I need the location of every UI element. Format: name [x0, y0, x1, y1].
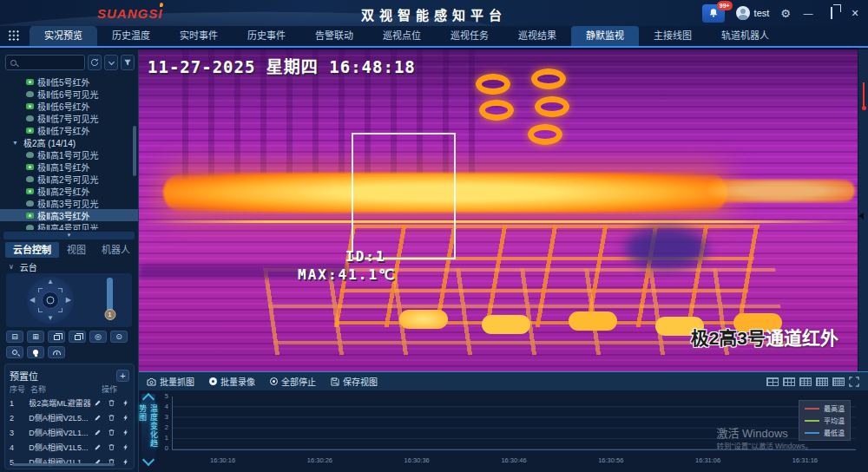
delete-icon[interactable]: [108, 443, 115, 451]
edit-icon[interactable]: [94, 443, 102, 451]
ptz-tab-2[interactable]: 机器人: [94, 242, 138, 258]
tab-patrol-results[interactable]: 巡视结果: [503, 26, 571, 46]
joystick-down-arrow[interactable]: ▼: [47, 315, 54, 322]
x-tick-label: 16:30:16: [210, 456, 235, 464]
tab-patrol-tasks[interactable]: 巡视任务: [436, 26, 503, 46]
tree-item-5[interactable]: ▼极2高 (14/14): [0, 136, 138, 148]
edit-icon[interactable]: [94, 429, 102, 436]
delete-icon[interactable]: [108, 414, 115, 422]
ptz-joystick[interactable]: ▲ ▼ ◀ ▶: [27, 277, 74, 324]
username: test: [754, 8, 770, 18]
preset-row-1[interactable]: 1极2高端ML避雷器: [10, 396, 129, 410]
joystick-left-arrow[interactable]: ◀: [30, 297, 35, 304]
refresh-button[interactable]: [88, 55, 102, 70]
preset-row-4[interactable]: 4D侧A相阀V1L5...: [10, 440, 129, 455]
joystick-right-arrow[interactable]: ▶: [66, 297, 71, 304]
close-button[interactable]: ✕: [849, 8, 861, 19]
delete-icon[interactable]: [108, 429, 115, 436]
tree-item-6[interactable]: 极Ⅱ高1号可见光: [0, 148, 138, 161]
tab-history-temperature[interactable]: 历史温度: [97, 26, 165, 46]
joystick-up-arrow[interactable]: ▲: [47, 279, 54, 285]
focus-near-button[interactable]: [48, 331, 65, 343]
settings-gear-icon[interactable]: ⚙: [780, 7, 791, 20]
legend-item-0[interactable]: 最高温: [805, 403, 845, 413]
tree-item-3[interactable]: 极Ⅱ低7号可见光: [0, 112, 138, 124]
legend-item-1[interactable]: 平均温: [805, 416, 845, 425]
focus-far-button[interactable]: [69, 331, 86, 343]
iris-close-button[interactable]: ⊙: [110, 331, 128, 343]
tab-history-events[interactable]: 历史事件: [233, 26, 300, 46]
layout-6-icon[interactable]: [783, 377, 795, 386]
tree-item-1[interactable]: 极Ⅱ低6号可见光: [0, 88, 138, 100]
tree-item-4[interactable]: 极Ⅱ低7号红外: [0, 124, 138, 136]
delete-icon[interactable]: [108, 399, 115, 407]
device-tree: 极Ⅱ低5号红外极Ⅱ低6号可见光极Ⅱ低6号红外极Ⅱ低7号可见光极Ⅱ低7号红外▼极2…: [0, 75, 138, 230]
tree-item-12[interactable]: 极Ⅱ高4号可见光: [0, 221, 138, 230]
preset-row-2[interactable]: 2D侧A相阀V2L5...: [10, 410, 129, 425]
light-button[interactable]: [27, 346, 44, 358]
tree-item-10[interactable]: 极Ⅱ高3号可见光: [0, 197, 138, 209]
minimize-button[interactable]: —: [802, 8, 814, 18]
tree-collapse-bar[interactable]: ▼: [3, 232, 135, 239]
tree-item-label: 极Ⅱ低6号红外: [37, 100, 89, 113]
preset-ops: [92, 399, 129, 407]
ptz-speed-slider[interactable]: 1: [107, 278, 113, 312]
focus-far-icon: [75, 335, 81, 340]
user-avatar[interactable]: [736, 6, 750, 20]
wiper-button[interactable]: [48, 346, 65, 358]
edit-icon[interactable]: [94, 399, 102, 407]
goto-icon[interactable]: [122, 399, 129, 407]
zoom-in-button[interactable]: ⊞: [27, 331, 44, 343]
restore-button[interactable]: [825, 8, 838, 18]
stop-all-button[interactable]: 全部停止: [270, 375, 316, 388]
layout-9-icon[interactable]: [799, 377, 812, 386]
joystick-center-button[interactable]: [42, 292, 59, 309]
expand-button[interactable]: [104, 55, 118, 70]
tab-main-wiring-diagram[interactable]: 主接线图: [639, 26, 707, 46]
tree-item-0[interactable]: 极Ⅱ低5号红外: [0, 75, 138, 88]
tree-item-2[interactable]: 极Ⅱ低6号红外: [0, 100, 138, 112]
layout-25-icon[interactable]: [832, 377, 845, 386]
notification-bell-button[interactable]: 99+: [702, 4, 725, 23]
scale-pointer-icon[interactable]: [858, 213, 864, 220]
tree-item-11[interactable]: 极Ⅱ高3号红外: [0, 209, 138, 221]
tab-rail-robot[interactable]: 轨道机器人: [707, 26, 784, 46]
fullscreen-icon[interactable]: [849, 377, 859, 387]
ptz-tab-0[interactable]: 云台控制: [5, 242, 59, 258]
layout-16-icon[interactable]: [816, 377, 828, 386]
goto-icon[interactable]: [122, 458, 129, 466]
ptz-section-header[interactable]: ∨ 云台: [9, 260, 37, 273]
goto-icon[interactable]: [122, 414, 129, 422]
roi-rectangle[interactable]: [352, 133, 456, 259]
tree-scrollbar[interactable]: [133, 126, 136, 176]
batch-record-button[interactable]: 批量录像: [209, 375, 255, 388]
magnify-button[interactable]: [6, 346, 23, 358]
tab-realtime-events[interactable]: 实时事件: [165, 26, 233, 46]
slider-handle[interactable]: 1: [104, 309, 115, 320]
thermal-video-view[interactable]: 11-27-2025 星期四 16:48:18 ID:1 MAX:41.1℃ 极…: [139, 49, 858, 371]
preset-scrollbar[interactable]: [12, 463, 115, 466]
search-input[interactable]: [5, 55, 85, 70]
save-view-button[interactable]: 保存视图: [331, 375, 378, 388]
edit-icon[interactable]: [94, 414, 102, 422]
ptz-tab-1[interactable]: 视图: [59, 242, 94, 258]
tab-patrol-points[interactable]: 巡视点位: [368, 26, 436, 46]
iris-open-button[interactable]: ◎: [89, 331, 107, 343]
tree-item-8[interactable]: 极Ⅱ高2号可见光: [0, 173, 138, 185]
layout-4-icon[interactable]: [766, 377, 779, 386]
batch-snapshot-button[interactable]: 批量抓图: [147, 375, 194, 388]
filter-button[interactable]: [121, 55, 135, 70]
preset-row-3[interactable]: 3D侧A相阀V2L1...: [10, 425, 129, 440]
tree-item-9[interactable]: 极Ⅱ高2号红外: [0, 185, 138, 197]
goto-icon[interactable]: [122, 443, 129, 451]
zoom-out-button[interactable]: ⊟: [6, 331, 23, 343]
apps-grid-icon[interactable]: [8, 30, 19, 41]
tree-item-7[interactable]: 极Ⅱ高1号红外: [0, 161, 138, 173]
temperature-scale-strip[interactable]: [858, 49, 868, 371]
goto-icon[interactable]: [122, 429, 129, 436]
tab-alarm-linkage[interactable]: 告警联动: [300, 26, 368, 46]
preset-row-5[interactable]: 5D侧A相阀V1L1...: [10, 455, 129, 469]
tab-silent-monitor[interactable]: 静默监视: [571, 26, 639, 46]
tab-live-preview[interactable]: 实况预览: [30, 26, 97, 46]
add-preset-button[interactable]: +: [116, 370, 129, 382]
